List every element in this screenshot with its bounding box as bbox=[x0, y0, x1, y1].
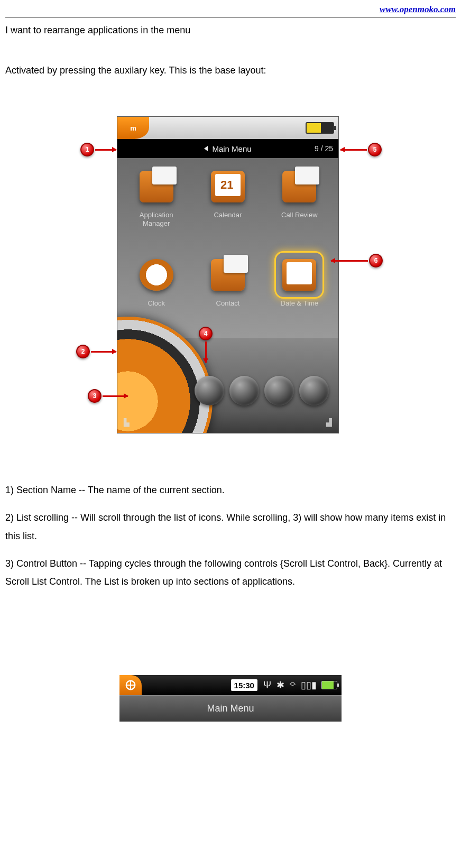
battery-icon bbox=[321, 681, 337, 689]
desc-2: 2) List scrolling -- Will scroll through… bbox=[5, 509, 456, 544]
wifi-icon: ⌔ bbox=[287, 680, 298, 691]
callout-5: 5 bbox=[368, 143, 382, 156]
battery-icon bbox=[306, 122, 334, 134]
callout-6: 6 bbox=[369, 254, 383, 267]
clock-icon bbox=[140, 259, 173, 291]
app-application-manager[interactable]: ApplicationManager bbox=[121, 164, 192, 250]
desc-1: 1) Section Name -- The name of the curre… bbox=[5, 481, 456, 499]
arrow-icon bbox=[103, 395, 128, 397]
signal-icon: ▯▯▮ bbox=[298, 679, 319, 691]
phone-topbar: m bbox=[117, 117, 338, 139]
dock-slot[interactable] bbox=[264, 376, 294, 405]
arrow-icon bbox=[340, 149, 367, 151]
figure-statusbar: 15:30 Ψ ✱ ⌔ ▯▯▮ Main Menu bbox=[119, 675, 342, 722]
divider bbox=[5, 17, 456, 17]
section-title-2: Main Menu bbox=[119, 695, 342, 722]
app-label: Date & Time bbox=[281, 299, 319, 308]
back-arrow-icon bbox=[204, 146, 208, 151]
app-label: Clock bbox=[147, 299, 165, 308]
intro-text: Activated by pressing the auxilary key. … bbox=[5, 61, 456, 79]
calendar-date: 21 bbox=[220, 178, 233, 192]
status-right-icon: ▟ bbox=[326, 418, 332, 427]
arrow-icon bbox=[331, 260, 368, 262]
callout-2: 2 bbox=[76, 345, 90, 358]
site-link[interactable]: www.openmoko.com bbox=[5, 4, 456, 15]
app-calendar[interactable]: 21 Calendar bbox=[192, 164, 263, 250]
dock bbox=[195, 376, 329, 405]
calendar-icon: 21 bbox=[211, 171, 245, 202]
logo-icon bbox=[119, 675, 142, 695]
app-label: Calendar bbox=[214, 211, 242, 219]
bluetooth-icon: ✱ bbox=[274, 679, 287, 691]
app-contact[interactable]: Contact bbox=[192, 253, 263, 338]
app-call-review[interactable]: Call Review bbox=[264, 164, 335, 250]
callout-1: 1 bbox=[80, 143, 94, 156]
contact-icon bbox=[211, 259, 245, 291]
app-manager-icon bbox=[140, 171, 173, 202]
arrow-icon bbox=[91, 351, 116, 353]
section-title: Main Menu bbox=[212, 144, 251, 153]
callout-4: 4 bbox=[199, 327, 213, 340]
item-counter: 9 / 25 bbox=[315, 144, 333, 153]
title-bar: Main Menu 9 / 25 bbox=[117, 139, 338, 158]
dock-slot[interactable] bbox=[229, 376, 259, 405]
app-label: ApplicationManager bbox=[140, 211, 173, 227]
figure-main-menu: m Main Menu 9 / 25 ApplicationManager 21 bbox=[72, 116, 389, 444]
lower-panel bbox=[117, 338, 338, 412]
callout-3: 3 bbox=[88, 389, 102, 403]
status-left-icon: ▙ bbox=[124, 418, 130, 427]
arrow-icon bbox=[205, 341, 207, 363]
usb-icon: Ψ bbox=[261, 680, 274, 691]
arrow-icon bbox=[95, 149, 116, 151]
app-date-time[interactable]: Date & Time bbox=[264, 253, 335, 338]
call-review-icon bbox=[282, 171, 316, 202]
date-time-icon bbox=[282, 259, 316, 291]
app-grid: ApplicationManager 21 Calendar Call Revi… bbox=[117, 158, 338, 338]
page-heading: I want to rearrange applications in the … bbox=[5, 25, 456, 36]
logo-icon: m bbox=[117, 117, 149, 139]
desc-3: 3) Control Button -- Tapping cycles thro… bbox=[5, 555, 456, 590]
openmoko-logo-icon bbox=[125, 679, 136, 691]
phone-statusbar-2: 15:30 Ψ ✱ ⌔ ▯▯▮ bbox=[119, 675, 342, 695]
phone-frame: m Main Menu 9 / 25 ApplicationManager 21 bbox=[117, 116, 339, 433]
dock-slot[interactable] bbox=[299, 376, 329, 405]
app-label: Call Review bbox=[281, 211, 318, 219]
app-label: Contact bbox=[216, 299, 240, 308]
clock-time: 15:30 bbox=[231, 679, 257, 691]
dock-slot[interactable] bbox=[195, 376, 224, 405]
